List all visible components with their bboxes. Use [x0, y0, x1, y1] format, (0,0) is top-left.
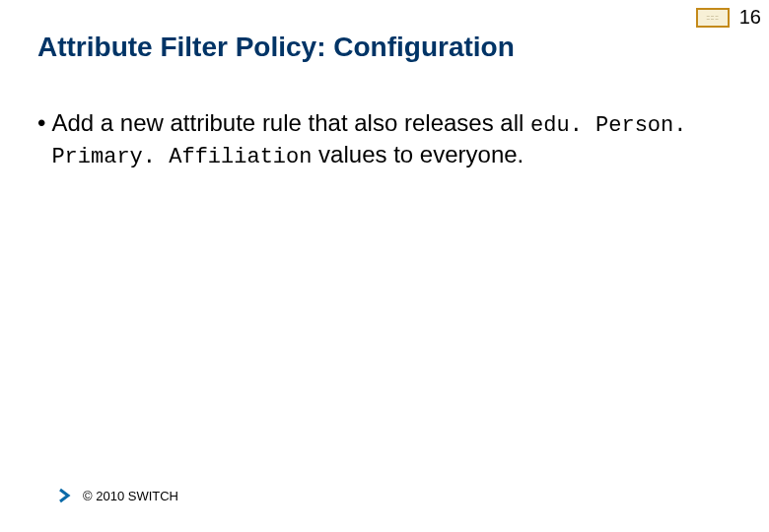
footer: © 2010 SWITCH [57, 487, 178, 504]
bullet-text: Add a new attribute rule that also relea… [51, 108, 710, 171]
bullet-item: • Add a new attribute rule that also rel… [37, 108, 710, 171]
slide: — — —— — — 16 Attribute Filter Policy: C… [0, 0, 769, 532]
bullet-marker: • [37, 108, 45, 139]
slide-body: • Add a new attribute rule that also rel… [37, 108, 710, 171]
corner-badge-lines: — — —— — — [707, 15, 719, 21]
bullet-text-pre: Add a new attribute rule that also relea… [51, 109, 530, 136]
slide-title: Attribute Filter Policy: Configuration [37, 32, 515, 63]
chevron-right-icon [57, 487, 75, 504]
slide-number: 16 [739, 6, 761, 29]
top-right-area: — — —— — — 16 [696, 6, 761, 29]
footer-text: © 2010 SWITCH [83, 489, 178, 503]
corner-badge: — — —— — — [696, 8, 730, 28]
bullet-text-post: values to everyone. [312, 141, 524, 167]
